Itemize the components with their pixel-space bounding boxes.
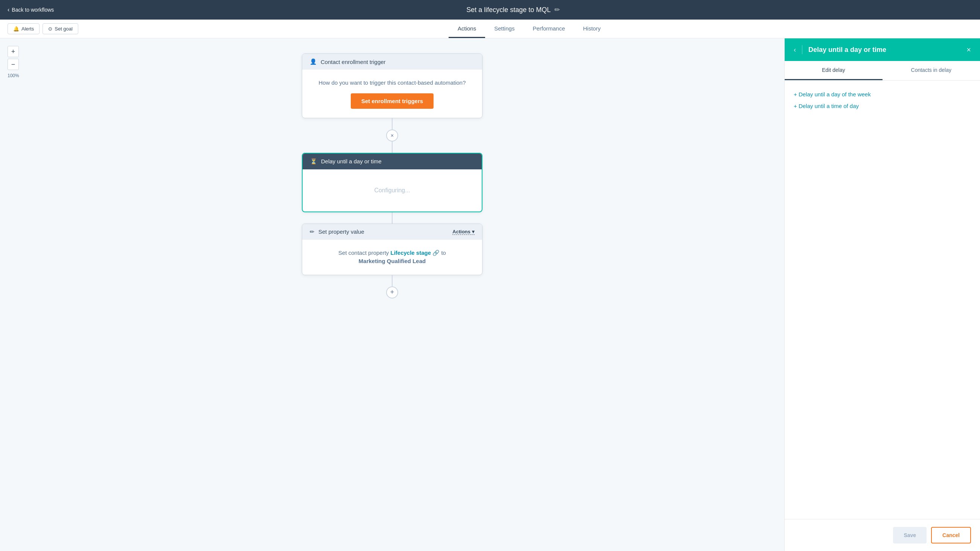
tab-performance[interactable]: Performance [523, 20, 574, 38]
top-nav: ‹ Back to workflows Set a lifecycle stag… [0, 0, 980, 19]
right-panel: ‹ Delay until a day or time × Edit delay… [784, 38, 980, 551]
delay-node[interactable]: ⏳ Delay until a day or time Configuring.… [302, 153, 482, 212]
delay-icon: ⏳ [310, 158, 317, 165]
cancel-button[interactable]: Cancel [931, 527, 971, 543]
panel-header: ‹ Delay until a day or time × [785, 38, 980, 61]
delay-node-header: ⏳ Delay until a day or time [302, 154, 482, 169]
tab-settings[interactable]: Settings [485, 20, 523, 38]
remove-step-button[interactable]: × [386, 129, 398, 142]
configuring-text: Configuring... [310, 178, 474, 202]
workflow-canvas: + − 100% 👤 Contact enrollment trigger Ho… [0, 38, 784, 551]
delay-node-body: Configuring... [302, 169, 482, 212]
main-area: + − 100% 👤 Contact enrollment trigger Ho… [0, 38, 980, 551]
connector-1 [392, 118, 393, 129]
panel-tab-edit[interactable]: Edit delay [785, 61, 883, 80]
delay-week-link[interactable]: + Delay until a day of the week [794, 91, 971, 97]
back-arrow-icon: ‹ [8, 6, 10, 13]
goal-icon: ⊙ [48, 26, 52, 32]
back-to-workflows-button[interactable]: ‹ Back to workflows [8, 6, 54, 13]
connector-3 [392, 212, 393, 224]
zoom-out-button[interactable]: − [8, 59, 19, 70]
tab-actions[interactable]: Actions [449, 20, 485, 38]
trigger-node: 👤 Contact enrollment trigger How do you … [302, 53, 482, 118]
workflow-title-text: Set a lifecycle stage to MQL [466, 6, 550, 14]
trigger-node-body: How do you want to trigger this contact-… [302, 70, 482, 118]
set-property-node: ✏ Set property value Actions ▾ Set conta… [302, 224, 482, 275]
panel-close-button[interactable]: × [966, 46, 971, 54]
tab-history[interactable]: History [574, 20, 610, 38]
panel-tabs: Edit delay Contacts in delay [785, 61, 980, 81]
trigger-body-text: How do you want to trigger this contact-… [310, 79, 474, 87]
set-property-header: ✏ Set property value Actions ▾ [302, 224, 482, 240]
connector-2 [392, 142, 393, 153]
main-tabs: Actions Settings Performance History [86, 20, 972, 38]
zoom-in-button[interactable]: + [8, 46, 19, 57]
delay-header-label: Delay until a day or time [321, 158, 382, 164]
panel-tab-contacts[interactable]: Contacts in delay [883, 61, 980, 80]
property-value: Marketing Qualified Lead [359, 258, 426, 264]
save-button: Save [893, 527, 927, 543]
tab-bar-left: 🔔 Alerts ⊙ Set goal [8, 23, 78, 34]
trigger-icon: 👤 [310, 58, 317, 65]
back-label: Back to workflows [12, 7, 54, 13]
panel-title: Delay until a day or time [808, 46, 962, 54]
actions-chevron-icon: ▾ [472, 229, 474, 234]
set-enrollment-triggers-button[interactable]: Set enrollment triggers [351, 93, 434, 109]
lifecycle-stage-link[interactable]: Lifecycle stage [390, 250, 431, 256]
trigger-node-header: 👤 Contact enrollment trigger [302, 54, 482, 70]
panel-footer: Save Cancel [785, 519, 980, 551]
add-step-button[interactable]: + [386, 287, 398, 298]
actions-area: Actions ▾ [452, 229, 474, 235]
workflow-nodes: 👤 Contact enrollment trigger How do you … [302, 53, 482, 298]
trigger-header-label: Contact enrollment trigger [321, 59, 386, 65]
set-property-icon: ✏ [310, 228, 315, 235]
connector-4 [392, 275, 393, 287]
zoom-level: 100% [8, 73, 19, 78]
tab-bar: 🔔 Alerts ⊙ Set goal Actions Settings Per… [0, 19, 980, 38]
workflow-title: Set a lifecycle stage to MQL ✏ [54, 6, 972, 14]
set-property-body: Set contact property Lifecycle stage 🔗 t… [302, 240, 482, 275]
set-goal-button[interactable]: ⊙ Set goal [43, 23, 78, 34]
edit-title-icon[interactable]: ✏ [554, 6, 560, 14]
external-link-icon: 🔗 [433, 250, 439, 256]
panel-back-button[interactable]: ‹ [794, 46, 796, 54]
panel-header-divider [802, 45, 802, 54]
set-property-header-label: Set property value [318, 228, 364, 235]
delay-time-link[interactable]: + Delay until a time of day [794, 103, 971, 109]
panel-content: + Delay until a day of the week + Delay … [785, 81, 980, 519]
actions-button[interactable]: Actions ▾ [452, 229, 474, 235]
set-property-text: Set contact property Lifecycle stage 🔗 t… [310, 249, 474, 266]
alerts-button[interactable]: 🔔 Alerts [8, 23, 40, 34]
alert-icon: 🔔 [13, 26, 19, 32]
zoom-controls: + − 100% [8, 46, 19, 78]
